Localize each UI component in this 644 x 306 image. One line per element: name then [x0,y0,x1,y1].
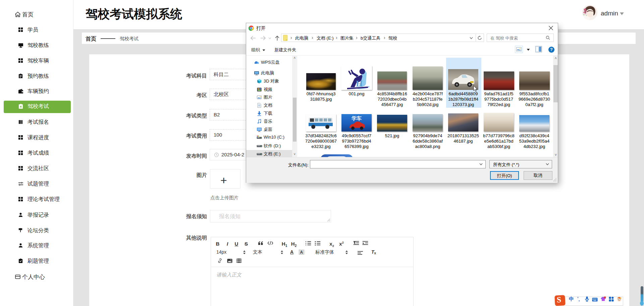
svg-text:学车: 学车 [352,115,362,121]
svg-text:A: A [300,250,303,255]
svg-text:H: H [356,79,363,89]
